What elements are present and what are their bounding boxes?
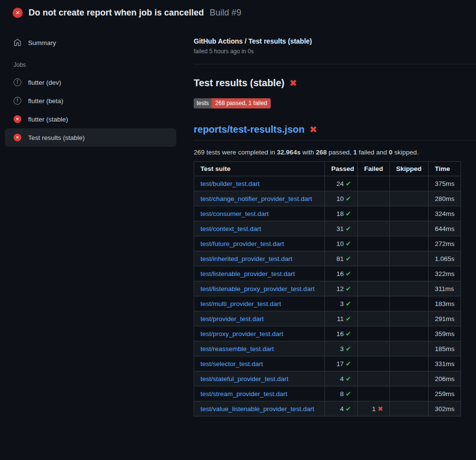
test-suite-link[interactable]: test/change_notifier_provider_test.dart (200, 195, 312, 202)
failed-cell (358, 326, 390, 341)
sidebar-item-flutter-beta[interactable]: ! flutter (beta) (5, 92, 176, 110)
pass-check-icon: ✔ (346, 390, 351, 398)
badge-value: 268 passed, 1 failed (212, 98, 270, 108)
test-suite-link[interactable]: test/builder_test.dart (200, 180, 260, 187)
test-suite-link[interactable]: test/listenable_proxy_provider_test.dart (200, 285, 315, 292)
pass-check-icon: ✔ (346, 315, 351, 322)
time-cell: 375ms (429, 176, 461, 191)
sidebar-item-test-results-stable[interactable]: ✕ Test results (stable) (5, 128, 176, 147)
test-suite-cell: test/reassemble_test.dart (194, 341, 325, 356)
pass-check-icon: ✔ (346, 180, 351, 187)
breadcrumb: GitHub Actions / Test results (stable) (194, 37, 476, 45)
skipped-cell (390, 176, 429, 191)
col-header-test-suite: Test suite (194, 162, 325, 176)
results-table: Test suite Passed Failed Skipped Time te… (194, 161, 461, 416)
skipped-cell (390, 311, 429, 326)
test-suite-link[interactable]: test/consumer_test.dart (200, 210, 269, 217)
failed-cell (358, 371, 390, 386)
passed-cell: 17✔ (325, 356, 358, 371)
tests-badge: tests 268 passed, 1 failed (194, 98, 271, 108)
passed-cell: 4✔ (325, 401, 358, 416)
failed-x-icon: ✖ (309, 125, 317, 134)
sidebar-summary-label: Summary (28, 39, 56, 46)
skipped-cell (390, 206, 429, 221)
test-suite-cell: test/inherited_provider_test.dart (194, 251, 325, 266)
failed-status-icon: ✕ (14, 115, 21, 123)
test-suite-link[interactable]: test/multi_provider_test.dart (200, 300, 281, 307)
sidebar-item-label: Test results (stable) (28, 134, 85, 141)
passed-cell: 31✔ (325, 221, 358, 236)
passed-cell: 10✔ (325, 191, 358, 206)
summary-prefix: 269 tests were completed in (194, 149, 277, 156)
neutral-status-icon: ! (14, 78, 21, 86)
table-row: test/proxy_provider_test.dart16✔359ms (194, 326, 461, 341)
passed-cell: 4✔ (325, 371, 358, 386)
test-suite-link[interactable]: test/proxy_provider_test.dart (200, 330, 283, 337)
report-file-link[interactable]: reports/test-results.json (194, 124, 305, 135)
pass-check-icon: ✔ (346, 240, 351, 247)
skipped-cell (390, 296, 429, 311)
table-row: test/multi_provider_test.dart3✔183ms (194, 296, 461, 311)
fail-x-icon: ✖ (378, 405, 383, 413)
jobs-section-label: Jobs (5, 52, 176, 73)
summary-failed: 1 (353, 149, 357, 156)
table-row: test/consumer_test.dart18✔324ms (194, 206, 461, 221)
passed-cell: 24✔ (325, 176, 358, 191)
failed-cell (358, 341, 390, 356)
results-table-body: test/builder_test.dart24✔375mstest/chang… (194, 176, 461, 416)
test-suite-link[interactable]: test/value_listenable_provider_test.dart (200, 405, 314, 413)
failed-cell (358, 266, 390, 281)
test-suite-link[interactable]: test/stateful_provider_test.dart (200, 375, 289, 383)
time-cell: 272ms (429, 236, 461, 251)
test-suite-cell: test/listenable_proxy_provider_test.dart (194, 281, 325, 296)
test-suite-link[interactable]: test/provider_test.dart (200, 315, 264, 322)
sidebar-item-flutter-stable[interactable]: ✕ flutter (stable) (5, 110, 176, 128)
skipped-cell (390, 236, 429, 251)
failed-cell (358, 221, 390, 236)
failed-cell (358, 191, 390, 206)
run-title: Do not create report when job is cancell… (29, 8, 204, 18)
sidebar-item-summary[interactable]: Summary (5, 33, 176, 52)
time-cell: 291ms (429, 311, 461, 326)
skipped-cell (390, 251, 429, 266)
sidebar-item-flutter-dev[interactable]: ! flutter (dev) (5, 73, 176, 92)
test-suite-link[interactable]: test/reassemble_test.dart (200, 345, 274, 353)
test-suite-link[interactable]: test/listenable_provider_test.dart (200, 270, 295, 277)
skipped-cell (390, 281, 429, 296)
col-header-skipped: Skipped (390, 162, 429, 176)
summary-passed: 268 (316, 149, 327, 156)
failed-cell (358, 251, 390, 266)
time-cell: 185ms (429, 341, 461, 356)
passed-cell: 3✔ (325, 341, 358, 356)
skipped-cell (390, 221, 429, 236)
pass-check-icon: ✔ (346, 360, 351, 368)
pass-check-icon: ✔ (346, 405, 351, 413)
passed-cell: 11✔ (325, 311, 358, 326)
pass-check-icon: ✔ (346, 375, 351, 383)
test-suite-link[interactable]: test/future_provider_test.dart (200, 240, 284, 247)
time-cell: 311ms (429, 281, 461, 296)
time-cell: 359ms (429, 326, 461, 341)
sidebar-item-label: flutter (stable) (28, 116, 68, 123)
test-suite-link[interactable]: test/selector_test.dart (200, 360, 263, 368)
test-suite-link[interactable]: test/inherited_provider_test.dart (200, 255, 292, 262)
table-row: test/reassemble_test.dart3✔185ms (194, 341, 461, 356)
test-suite-cell: test/provider_test.dart (194, 311, 325, 326)
test-suite-cell: test/builder_test.dart (194, 176, 325, 191)
table-row: test/builder_test.dart24✔375ms (194, 176, 461, 191)
pass-check-icon: ✔ (346, 270, 351, 277)
test-suite-link[interactable]: test/stream_provider_test.dart (200, 390, 287, 398)
table-row: test/stateful_provider_test.dart4✔206ms (194, 371, 461, 386)
test-suite-link[interactable]: test/context_test.dart (200, 225, 261, 232)
header-divider (194, 64, 476, 64)
passed-cell: 10✔ (325, 236, 358, 251)
test-suite-cell: test/proxy_provider_test.dart (194, 326, 325, 341)
failed-cell (358, 356, 390, 371)
test-suite-cell: test/change_notifier_provider_test.dart (194, 191, 325, 206)
time-cell: 302ms (429, 401, 461, 416)
skipped-cell (390, 341, 429, 356)
passed-cell: 81✔ (325, 251, 358, 266)
table-row: test/stream_provider_test.dart8✔259ms (194, 386, 461, 401)
table-row: test/provider_test.dart11✔291ms (194, 311, 461, 326)
pass-check-icon: ✔ (346, 330, 351, 337)
